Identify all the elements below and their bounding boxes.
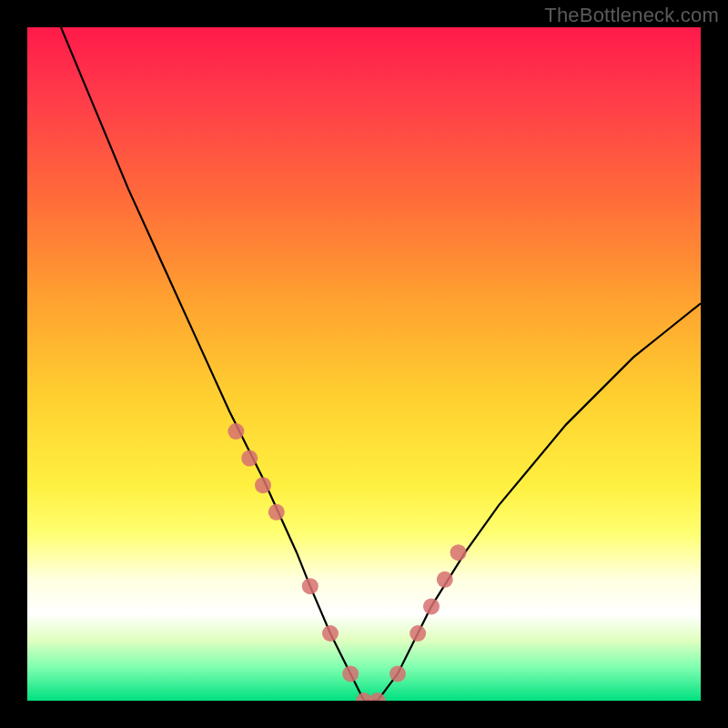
data-point [410, 625, 426, 642]
data-point [302, 578, 318, 594]
chart-svg [27, 27, 701, 701]
data-point [241, 450, 258, 467]
data-point [268, 504, 285, 521]
data-point [255, 477, 271, 493]
bottleneck-curve [61, 27, 701, 701]
data-point [322, 625, 339, 642]
chart-frame: TheBottleneck.com [0, 0, 728, 728]
data-point [228, 423, 244, 440]
data-point [389, 665, 406, 682]
data-point [450, 544, 467, 561]
marker-group [228, 423, 466, 701]
data-point [342, 665, 359, 682]
watermark-text: TheBottleneck.com [544, 4, 719, 27]
plot-area [27, 27, 701, 701]
data-point [437, 571, 453, 588]
data-point [423, 598, 440, 614]
